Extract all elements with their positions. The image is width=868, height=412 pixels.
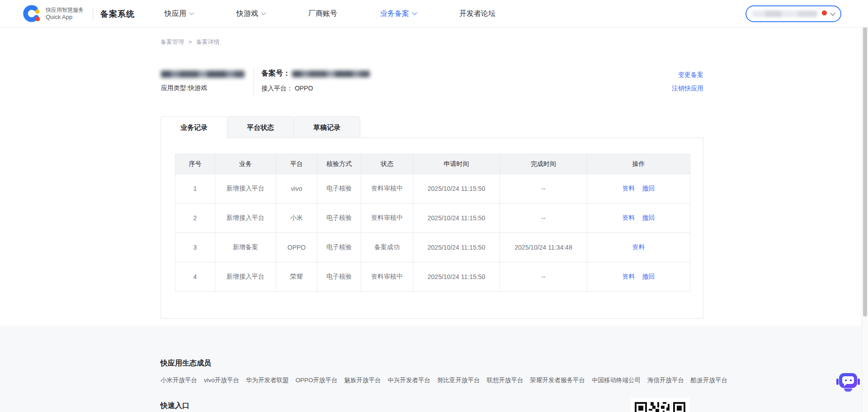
footer-member-link[interactable]: 小米开放平台 xyxy=(160,376,197,384)
footer-member-link[interactable]: vivo开放平台 xyxy=(204,376,239,384)
chatbot-stand-icon xyxy=(844,388,852,392)
tab-platform-status[interactable]: 平台状态 xyxy=(227,116,294,137)
chatbot-eye-icon xyxy=(845,379,847,381)
cell-actions: 资料撤回 xyxy=(587,174,690,204)
column-header: 序号 xyxy=(175,154,215,174)
qr-code xyxy=(631,398,689,412)
footer-member-link[interactable]: 中兴开发者平台 xyxy=(388,376,431,384)
cell-platform: 小米 xyxy=(276,204,317,233)
withdraw-link[interactable]: 撤回 xyxy=(642,185,655,192)
table-header-row: 序号业务平台核验方式状态申请时间完成时间操作 xyxy=(175,154,690,174)
cell-business: 新增备案 xyxy=(215,233,276,262)
column-header: 完成时间 xyxy=(500,154,587,174)
business-records-panel: 序号业务平台核验方式状态申请时间完成时间操作 1新增接入平台vivo电子核验资料… xyxy=(160,137,703,319)
cell-platform: 荣耀 xyxy=(276,262,317,292)
logo-red-dot xyxy=(36,17,40,21)
cell-no: 1 xyxy=(175,174,215,204)
chatbot-eye-icon xyxy=(850,379,852,381)
withdraw-link[interactable]: 撤回 xyxy=(642,273,655,280)
footer-member-link[interactable]: 酷派开放平台 xyxy=(691,376,727,384)
column-header: 平台 xyxy=(276,154,317,174)
cell-no: 4 xyxy=(175,262,215,292)
quick-entry-title: 快速入口 xyxy=(160,401,189,411)
logo-subtitle: Quick App xyxy=(46,14,84,21)
nav-item-label: 厂商账号 xyxy=(308,9,337,19)
nav-item-quick-app[interactable]: 快应用 xyxy=(165,9,193,19)
chevron-down-icon xyxy=(412,10,417,15)
cell-platform: OPPO xyxy=(276,233,317,262)
footer-member-link[interactable]: OPPO开放平台 xyxy=(296,376,338,384)
access-platform-label: 接入平台： xyxy=(261,85,293,92)
cell-method: 电子核验 xyxy=(317,262,361,292)
cell-status: 备案成功 xyxy=(361,233,413,262)
filing-detail-page: 快应用智慧服务 Quick App 备案系统 快应用快游戏厂商账号业务备案开发者… xyxy=(0,0,868,412)
chatbot-widget[interactable] xyxy=(836,371,860,394)
column-header: 申请时间 xyxy=(413,154,500,174)
cell-actions: 资料 xyxy=(587,233,690,262)
footer-member-link[interactable]: 中国移动终端公司 xyxy=(592,376,641,384)
chatbot-ear-icon xyxy=(836,379,839,385)
nav-item-vendor-account[interactable]: 厂商账号 xyxy=(308,9,337,19)
materials-link[interactable]: 资料 xyxy=(623,273,635,280)
business-records-table: 序号业务平台核验方式状态申请时间完成时间操作 1新增接入平台vivo电子核验资料… xyxy=(175,154,690,292)
footer-member-link[interactable]: 荣耀开发者服务平台 xyxy=(530,376,585,384)
nav-item-label: 快应用 xyxy=(165,9,186,19)
cell-method: 电子核验 xyxy=(317,174,361,204)
system-title: 备案系统 xyxy=(100,9,135,19)
footer-member-link[interactable]: 努比亚开放平台 xyxy=(437,376,480,384)
app-type-label: 应用类型:快游戏 xyxy=(161,84,207,92)
cell-apply-time: 2025/10/24 11:15:50 xyxy=(413,262,500,292)
scrollbar-thumb[interactable] xyxy=(863,0,867,317)
cell-method: 电子核验 xyxy=(317,233,361,262)
materials-link[interactable]: 资料 xyxy=(632,243,645,251)
footer-member-link[interactable]: 魅族开放平台 xyxy=(344,376,381,384)
nav-item-label: 开发者论坛 xyxy=(459,9,495,19)
tab-draft-records[interactable]: 草稿记录 xyxy=(293,116,360,137)
breadcrumb: 备案管理 > 备案详情 xyxy=(160,38,220,46)
deregister-app-link[interactable]: 注销快应用 xyxy=(672,81,703,95)
logo-title: 快应用智慧服务 xyxy=(46,7,84,14)
cell-actions: 资料撤回 xyxy=(587,204,690,233)
breadcrumb-filing-management[interactable]: 备案管理 xyxy=(160,38,184,45)
user-account-menu[interactable] xyxy=(745,5,841,22)
materials-link[interactable]: 资料 xyxy=(623,185,635,192)
chatbot-robot-icon xyxy=(839,373,857,388)
quick-app-logo[interactable]: 快应用智慧服务 Quick App xyxy=(23,4,84,24)
notification-dot-icon xyxy=(822,10,827,15)
quick-app-logo-icon xyxy=(23,4,42,24)
tab-business-records[interactable]: 业务记录 xyxy=(160,116,227,138)
cell-method: 电子核验 xyxy=(317,204,361,233)
cell-business: 新增接入平台 xyxy=(215,204,276,233)
header-actions: 变更备案注销快应用 xyxy=(672,68,703,95)
masked-account-name xyxy=(752,10,817,17)
filing-number-row: 备案号： xyxy=(261,69,370,78)
footer-member-link[interactable]: 联想开放平台 xyxy=(487,376,524,384)
logo-text: 快应用智慧服务 Quick App xyxy=(46,7,84,21)
nav-item-label: 业务备案 xyxy=(380,9,409,19)
withdraw-link[interactable]: 撤回 xyxy=(642,214,655,221)
nav-item-business-filing[interactable]: 业务备案 xyxy=(380,9,416,19)
cell-business: 新增接入平台 xyxy=(215,262,276,292)
logo-yellow-dot xyxy=(35,9,39,14)
cell-actions: 资料撤回 xyxy=(587,262,690,292)
access-platform-value: OPPO xyxy=(295,85,313,92)
header-divider xyxy=(254,67,254,96)
logo-divider xyxy=(93,8,93,20)
materials-link[interactable]: 资料 xyxy=(623,214,635,221)
chatbot-ear-icon xyxy=(858,379,860,385)
nav-item-quick-game[interactable]: 快游戏 xyxy=(236,9,265,19)
table-row: 4新增接入平台荣耀电子核验资料审核中2025/10/24 11:15:50--资… xyxy=(175,262,690,292)
chatbot-speech-tail-icon xyxy=(844,384,847,386)
change-filing-link[interactable]: 变更备案 xyxy=(672,68,703,81)
footer-member-link[interactable]: 海信开放平台 xyxy=(647,376,684,384)
cell-platform: vivo xyxy=(276,174,317,204)
access-platform-row: 接入平台： OPPO xyxy=(261,85,313,93)
cell-status: 资料审核中 xyxy=(361,174,413,204)
cell-no: 3 xyxy=(175,233,215,262)
footer-member-link[interactable]: 华为开发者联盟 xyxy=(246,376,289,384)
nav-item-developer-forum[interactable]: 开发者论坛 xyxy=(459,9,495,19)
cell-finish-time: 2025/10/24 11:34:48 xyxy=(500,233,587,262)
masked-app-name xyxy=(161,71,245,78)
chevron-down-icon xyxy=(261,10,266,15)
cell-status: 资料审核中 xyxy=(361,204,413,233)
